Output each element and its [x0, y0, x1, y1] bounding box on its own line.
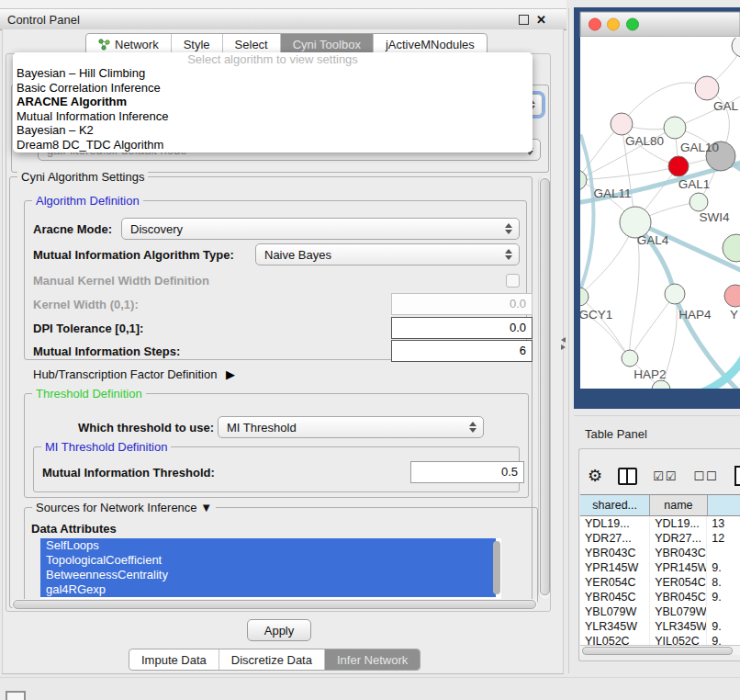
mac-close-icon[interactable]	[589, 18, 601, 30]
bottom-divider	[0, 677, 740, 678]
table-row[interactable]: YER054CYER054C8.	[580, 575, 740, 590]
network-node[interactable]	[664, 117, 686, 139]
mac-zoom-icon[interactable]	[627, 18, 639, 30]
group-title: MI Threshold Definition	[41, 440, 171, 454]
which-threshold-label: Which threshold to use:	[78, 421, 214, 435]
table-row[interactable]: YDR27...YDR27...12	[580, 531, 740, 546]
list-scrollbar[interactable]	[493, 541, 500, 594]
column-header-name[interactable]: name	[650, 495, 707, 515]
mi-steps-field[interactable]: 6	[391, 340, 533, 362]
tab-infer-network[interactable]: Infer Network	[324, 649, 420, 670]
combo-stepper-icon	[465, 422, 480, 433]
close-icon[interactable]: ✕	[536, 14, 546, 26]
dropdown-item[interactable]: Dream8 DC_TDC Algorithm	[13, 138, 533, 152]
network-window-titlebar[interactable]	[580, 12, 740, 37]
network-icon	[98, 39, 110, 51]
node-label: GAL11	[593, 186, 631, 200]
data-attributes-list: SelfLoops TopologicalCoefficient Between…	[40, 538, 501, 599]
aracne-mode-value: Discovery	[122, 222, 501, 236]
network-view-window: GAL GAL80 GAL10 GAL1 GAL11 SWI4 GAL4 GCY…	[574, 7, 740, 409]
network-node[interactable]	[668, 156, 689, 176]
algorithm-dropdown-popup: Select algorithm to view settings Bayesi…	[13, 52, 533, 152]
panel-divider	[568, 8, 569, 673]
dropdown-item[interactable]: Bayesian – Hill Climbing	[13, 66, 533, 81]
which-threshold-combo[interactable]: MI Threshold	[218, 416, 484, 438]
mi-steps-label: Mutual Information Steps:	[33, 344, 180, 358]
right-divider	[574, 415, 740, 416]
node-label: SWI4	[699, 210, 729, 224]
tab-discretize-data[interactable]: Discretize Data	[219, 649, 324, 670]
node-label: GAL80	[625, 134, 664, 148]
tab-label: Style	[184, 38, 210, 51]
network-node[interactable]	[690, 193, 708, 211]
mi-algorithm-type-combo[interactable]: Naive Bayes	[255, 243, 520, 265]
group-title: Cyni Algorithm Settings	[17, 170, 148, 184]
tab-label: Cyni Toolbox	[293, 38, 361, 51]
table-panel-title: Table Panel	[585, 427, 647, 441]
kernel-width-field[interactable]: 0.0	[391, 293, 533, 315]
apply-button[interactable]: Apply	[247, 619, 311, 641]
aracne-mode-combo[interactable]: Discovery	[121, 218, 520, 240]
network-node[interactable]	[695, 76, 719, 100]
gear-icon[interactable]: ⚙	[588, 468, 602, 484]
dropdown-item-selected[interactable]: ARACNE Algorithm	[13, 95, 533, 109]
network-node[interactable]	[665, 284, 685, 304]
list-item[interactable]: gal4RGexp	[40, 582, 496, 597]
network-node[interactable]	[611, 113, 633, 135]
dropdown-item[interactable]: Mutual Information Inference	[13, 109, 533, 124]
mi-algorithm-type-value: Naive Bayes	[256, 248, 501, 262]
network-node[interactable]	[622, 350, 638, 367]
list-item[interactable]: SelfLoops	[40, 538, 496, 553]
tab-label: jActiveMNodules	[386, 38, 475, 51]
column-header-partial[interactable]	[708, 495, 740, 515]
node-label: GCY1	[579, 308, 613, 322]
settings-horizontal-scrollbar[interactable]	[11, 599, 538, 609]
settings-vertical-scrollbar[interactable]	[538, 176, 550, 599]
select-all-columns-icon[interactable]: ☑☑	[653, 470, 678, 482]
new-table-icon[interactable]	[734, 466, 740, 486]
node-label: GAL1	[678, 177, 711, 191]
list-item[interactable]: TopologicalCoefficient	[40, 553, 496, 568]
mi-threshold-field[interactable]: 0.5	[410, 461, 524, 483]
dpi-tolerance-label: DPI Tolerance [0,1]:	[33, 322, 143, 335]
table-header-row: shared... name	[580, 494, 740, 516]
aracne-mode-label: Aracne Mode:	[33, 222, 112, 236]
tab-cyni-toolbox[interactable]: Cyni Toolbox	[280, 34, 373, 54]
columns-icon[interactable]	[618, 468, 637, 485]
tab-impute-data[interactable]: Impute Data	[129, 649, 219, 670]
tab-style[interactable]: Style	[171, 34, 222, 54]
splitter-collapse-handle[interactable]	[558, 336, 567, 351]
table-row[interactable]: YDL19...YDL19...13	[580, 516, 740, 531]
node-label: GAL4	[637, 233, 669, 247]
dropdown-item[interactable]: Basic Correlation Inference	[13, 81, 533, 96]
tab-jactivemnodules[interactable]: jActiveMNodules	[373, 34, 487, 54]
table-row[interactable]: YBR045CYBR045C9.	[580, 590, 740, 604]
dpi-tolerance-field[interactable]: 0.0	[391, 317, 533, 339]
hub-definition-toggle[interactable]: Hub/Transcription Factor Definition ▶	[33, 367, 235, 381]
mac-minimize-icon[interactable]	[608, 18, 620, 30]
combo-stepper-icon	[501, 249, 516, 260]
sources-toggle[interactable]: Sources for Network Inference ▼	[32, 501, 216, 514]
float-icon[interactable]	[519, 15, 529, 25]
titlebar-icons: ✕	[519, 14, 546, 26]
screen: Control Panel ✕ Network Style Select Cyn…	[0, 0, 740, 700]
control-panel-title: Control Panel	[7, 13, 80, 27]
table-horizontal-scrollbar[interactable]	[580, 645, 740, 655]
table-row[interactable]: YPR145WYPR145W9.	[580, 560, 740, 575]
list-item[interactable]: BetweennessCentrality	[40, 568, 496, 582]
manual-kernel-checkbox[interactable]	[506, 274, 520, 288]
table-row[interactable]: YBR043CYBR043C	[580, 546, 740, 560]
bottom-tabbar: Impute Data Discretize Data Infer Networ…	[129, 649, 420, 671]
bottom-corner-icon[interactable]	[6, 691, 26, 700]
tab-network[interactable]: Network	[86, 34, 171, 54]
table-row[interactable]: YBL079WYBL079W	[580, 604, 740, 619]
column-header-shared-name[interactable]: shared...	[580, 495, 650, 515]
dropdown-item[interactable]: Bayesian – K2	[13, 123, 533, 138]
unselect-all-columns-icon[interactable]: ☐☐	[693, 470, 718, 482]
tab-select[interactable]: Select	[222, 34, 280, 54]
mi-algorithm-type-label: Mutual Information Algorithm Type:	[33, 248, 234, 262]
table-row[interactable]: YLR345WYLR345W9.	[580, 619, 740, 634]
node-label: GAL	[713, 99, 739, 113]
mi-threshold-label: Mutual Information Threshold:	[42, 466, 215, 480]
tab-label: Select	[235, 38, 268, 51]
